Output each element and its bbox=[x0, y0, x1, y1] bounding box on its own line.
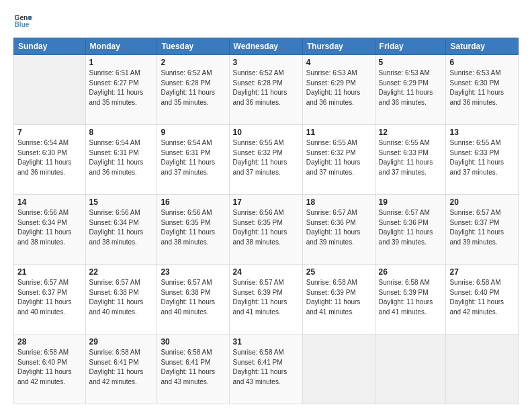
day-number: 11 bbox=[306, 128, 371, 137]
calendar-cell: 25Sunrise: 6:58 AM Sunset: 6:39 PM Dayli… bbox=[302, 265, 375, 334]
day-number: 13 bbox=[449, 128, 515, 137]
day-number: 30 bbox=[161, 337, 225, 347]
day-detail: Sunrise: 6:56 AM Sunset: 6:35 PM Dayligh… bbox=[233, 208, 299, 247]
calendar-cell: 22Sunrise: 6:57 AM Sunset: 6:38 PM Dayli… bbox=[85, 265, 157, 334]
col-header-monday: Monday bbox=[85, 38, 157, 55]
calendar-cell: 19Sunrise: 6:57 AM Sunset: 6:36 PM Dayli… bbox=[375, 195, 446, 265]
calendar-cell: 7Sunrise: 6:54 AM Sunset: 6:30 PM Daylig… bbox=[14, 125, 86, 195]
calendar-cell bbox=[446, 334, 519, 404]
calendar-cell: 23Sunrise: 6:57 AM Sunset: 6:38 PM Dayli… bbox=[157, 265, 229, 334]
day-detail: Sunrise: 6:53 AM Sunset: 6:30 PM Dayligh… bbox=[449, 68, 515, 107]
header: General Blue bbox=[13, 12, 519, 31]
calendar-cell: 6Sunrise: 6:53 AM Sunset: 6:30 PM Daylig… bbox=[446, 55, 519, 125]
calendar-cell: 27Sunrise: 6:58 AM Sunset: 6:40 PM Dayli… bbox=[446, 265, 519, 334]
day-number: 24 bbox=[233, 267, 299, 277]
col-header-friday: Friday bbox=[375, 38, 446, 55]
table-row: 1Sunrise: 6:51 AM Sunset: 6:27 PM Daylig… bbox=[14, 55, 519, 125]
day-detail: Sunrise: 6:53 AM Sunset: 6:29 PM Dayligh… bbox=[306, 68, 371, 107]
day-detail: Sunrise: 6:58 AM Sunset: 6:41 PM Dayligh… bbox=[161, 348, 225, 387]
day-number: 21 bbox=[17, 267, 82, 277]
calendar-table: SundayMondayTuesdayWednesdayThursdayFrid… bbox=[13, 38, 519, 404]
day-number: 31 bbox=[233, 337, 299, 347]
day-detail: Sunrise: 6:52 AM Sunset: 6:28 PM Dayligh… bbox=[233, 68, 299, 107]
day-detail: Sunrise: 6:55 AM Sunset: 6:33 PM Dayligh… bbox=[449, 138, 515, 177]
col-header-thursday: Thursday bbox=[302, 38, 375, 55]
day-detail: Sunrise: 6:56 AM Sunset: 6:35 PM Dayligh… bbox=[161, 208, 225, 247]
day-number: 29 bbox=[89, 337, 154, 347]
page: General Blue SundayMondayTuesdayWednesda… bbox=[0, 0, 532, 411]
day-number: 12 bbox=[379, 128, 443, 137]
day-detail: Sunrise: 6:54 AM Sunset: 6:31 PM Dayligh… bbox=[89, 138, 154, 177]
day-detail: Sunrise: 6:54 AM Sunset: 6:31 PM Dayligh… bbox=[161, 138, 225, 177]
day-number: 17 bbox=[233, 197, 299, 207]
table-row: 21Sunrise: 6:57 AM Sunset: 6:37 PM Dayli… bbox=[14, 265, 519, 334]
day-detail: Sunrise: 6:57 AM Sunset: 6:37 PM Dayligh… bbox=[17, 278, 82, 317]
day-number: 5 bbox=[379, 58, 443, 67]
day-detail: Sunrise: 6:58 AM Sunset: 6:41 PM Dayligh… bbox=[233, 348, 299, 387]
calendar-cell: 15Sunrise: 6:56 AM Sunset: 6:34 PM Dayli… bbox=[85, 195, 157, 265]
calendar-cell: 24Sunrise: 6:57 AM Sunset: 6:39 PM Dayli… bbox=[229, 265, 302, 334]
day-number: 8 bbox=[89, 128, 154, 137]
day-detail: Sunrise: 6:57 AM Sunset: 6:36 PM Dayligh… bbox=[379, 208, 443, 247]
day-number: 25 bbox=[306, 267, 371, 277]
day-detail: Sunrise: 6:52 AM Sunset: 6:28 PM Dayligh… bbox=[161, 68, 225, 107]
day-number: 10 bbox=[233, 128, 299, 137]
day-detail: Sunrise: 6:53 AM Sunset: 6:29 PM Dayligh… bbox=[379, 68, 443, 107]
calendar-cell: 11Sunrise: 6:55 AM Sunset: 6:32 PM Dayli… bbox=[302, 125, 375, 195]
calendar-cell: 16Sunrise: 6:56 AM Sunset: 6:35 PM Dayli… bbox=[157, 195, 229, 265]
day-number: 15 bbox=[89, 197, 154, 207]
day-detail: Sunrise: 6:58 AM Sunset: 6:41 PM Dayligh… bbox=[89, 348, 154, 387]
day-number: 6 bbox=[449, 58, 515, 67]
day-number: 20 bbox=[449, 197, 515, 207]
col-header-sunday: Sunday bbox=[14, 38, 86, 55]
col-header-saturday: Saturday bbox=[446, 38, 519, 55]
calendar-cell: 21Sunrise: 6:57 AM Sunset: 6:37 PM Dayli… bbox=[14, 265, 86, 334]
day-detail: Sunrise: 6:57 AM Sunset: 6:38 PM Dayligh… bbox=[89, 278, 154, 317]
calendar-cell: 13Sunrise: 6:55 AM Sunset: 6:33 PM Dayli… bbox=[446, 125, 519, 195]
col-header-tuesday: Tuesday bbox=[157, 38, 229, 55]
calendar-cell: 31Sunrise: 6:58 AM Sunset: 6:41 PM Dayli… bbox=[229, 334, 302, 404]
day-number: 14 bbox=[17, 197, 82, 207]
day-number: 16 bbox=[161, 197, 225, 207]
calendar-cell: 2Sunrise: 6:52 AM Sunset: 6:28 PM Daylig… bbox=[157, 55, 229, 125]
calendar-cell: 8Sunrise: 6:54 AM Sunset: 6:31 PM Daylig… bbox=[85, 125, 157, 195]
day-detail: Sunrise: 6:58 AM Sunset: 6:39 PM Dayligh… bbox=[306, 278, 371, 317]
day-number: 23 bbox=[161, 267, 225, 277]
day-detail: Sunrise: 6:57 AM Sunset: 6:38 PM Dayligh… bbox=[161, 278, 225, 317]
day-detail: Sunrise: 6:51 AM Sunset: 6:27 PM Dayligh… bbox=[89, 68, 154, 107]
day-detail: Sunrise: 6:57 AM Sunset: 6:36 PM Dayligh… bbox=[306, 208, 371, 247]
calendar-cell: 30Sunrise: 6:58 AM Sunset: 6:41 PM Dayli… bbox=[157, 334, 229, 404]
calendar-cell: 3Sunrise: 6:52 AM Sunset: 6:28 PM Daylig… bbox=[229, 55, 302, 125]
day-detail: Sunrise: 6:57 AM Sunset: 6:39 PM Dayligh… bbox=[233, 278, 299, 317]
day-number: 2 bbox=[161, 58, 225, 67]
calendar-cell bbox=[302, 334, 375, 404]
logo: General Blue bbox=[13, 12, 35, 31]
day-detail: Sunrise: 6:56 AM Sunset: 6:34 PM Dayligh… bbox=[89, 208, 154, 247]
calendar-cell: 29Sunrise: 6:58 AM Sunset: 6:41 PM Dayli… bbox=[85, 334, 157, 404]
calendar-cell: 1Sunrise: 6:51 AM Sunset: 6:27 PM Daylig… bbox=[85, 55, 157, 125]
table-row: 28Sunrise: 6:58 AM Sunset: 6:40 PM Dayli… bbox=[14, 334, 519, 404]
day-number: 9 bbox=[161, 128, 225, 137]
day-detail: Sunrise: 6:58 AM Sunset: 6:39 PM Dayligh… bbox=[379, 278, 443, 317]
day-detail: Sunrise: 6:58 AM Sunset: 6:40 PM Dayligh… bbox=[449, 278, 515, 317]
day-number: 1 bbox=[89, 58, 154, 67]
day-number: 26 bbox=[379, 267, 443, 277]
day-number: 22 bbox=[89, 267, 154, 277]
calendar-cell bbox=[375, 334, 446, 404]
day-number: 18 bbox=[306, 197, 371, 207]
day-number: 3 bbox=[233, 58, 299, 67]
calendar-cell: 10Sunrise: 6:55 AM Sunset: 6:32 PM Dayli… bbox=[229, 125, 302, 195]
calendar-cell: 5Sunrise: 6:53 AM Sunset: 6:29 PM Daylig… bbox=[375, 55, 446, 125]
calendar-cell: 18Sunrise: 6:57 AM Sunset: 6:36 PM Dayli… bbox=[302, 195, 375, 265]
calendar-cell: 14Sunrise: 6:56 AM Sunset: 6:34 PM Dayli… bbox=[14, 195, 86, 265]
day-detail: Sunrise: 6:56 AM Sunset: 6:34 PM Dayligh… bbox=[17, 208, 82, 247]
day-detail: Sunrise: 6:55 AM Sunset: 6:32 PM Dayligh… bbox=[233, 138, 299, 177]
calendar-cell: 17Sunrise: 6:56 AM Sunset: 6:35 PM Dayli… bbox=[229, 195, 302, 265]
logo-icon: General Blue bbox=[13, 12, 32, 31]
day-number: 4 bbox=[306, 58, 371, 67]
table-row: 14Sunrise: 6:56 AM Sunset: 6:34 PM Dayli… bbox=[14, 195, 519, 265]
day-number: 19 bbox=[379, 197, 443, 207]
day-detail: Sunrise: 6:57 AM Sunset: 6:37 PM Dayligh… bbox=[449, 208, 515, 247]
day-detail: Sunrise: 6:54 AM Sunset: 6:30 PM Dayligh… bbox=[17, 138, 82, 177]
day-number: 27 bbox=[449, 267, 515, 277]
